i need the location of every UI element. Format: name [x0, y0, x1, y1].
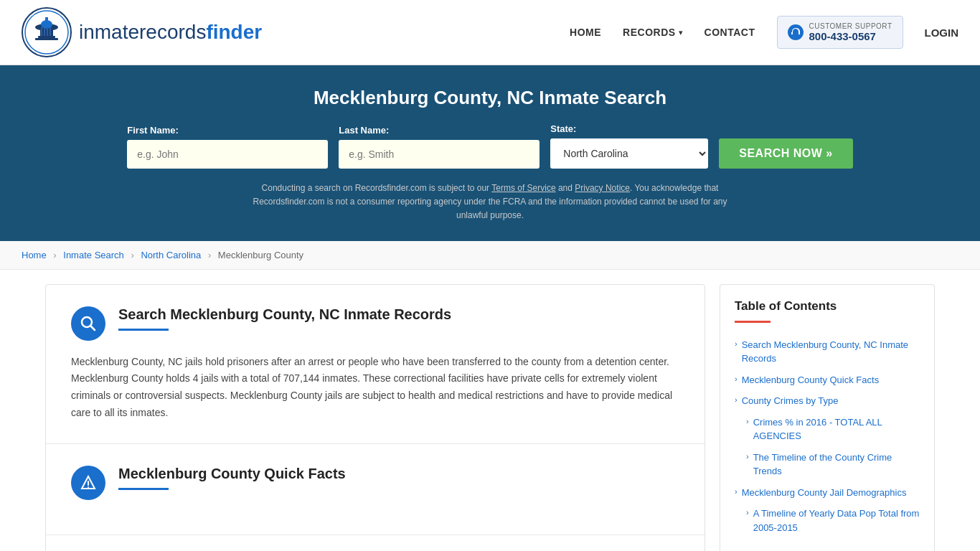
svg-point-17 [88, 486, 89, 488]
nav-home[interactable]: HOME [570, 27, 601, 38]
toc-link-1[interactable]: Mecklenburg County Quick Facts [742, 373, 879, 387]
toc-link-6[interactable]: A Timeline of Yearly Data Pop Total from… [753, 507, 920, 534]
warning-section-icon [71, 466, 105, 500]
breadcrumb-home[interactable]: Home [22, 250, 47, 260]
content-area: Search Mecklenburg County, NC Inmate Rec… [45, 284, 705, 551]
svg-rect-13 [798, 32, 800, 34]
last-name-label: Last Name: [339, 125, 540, 136]
section-body-1: Mecklenburg County, NC jails hold prison… [71, 354, 679, 422]
toc-link-2[interactable]: County Crimes by Type [742, 394, 839, 408]
state-group: State: North Carolina [550, 123, 708, 169]
toc-item-1[interactable]: › Mecklenburg County Quick Facts [735, 369, 920, 391]
svg-rect-7 [45, 17, 48, 24]
toc-item-0[interactable]: › Search Mecklenburg County, NC Inmate R… [735, 334, 920, 369]
headphone-icon [788, 24, 804, 40]
svg-rect-11 [50, 27, 51, 36]
section-quick-facts: Mecklenburg County Quick Facts [46, 444, 705, 535]
disclaimer-text: Conducting a search on Recordsfinder.com… [239, 182, 741, 223]
logo-icon [22, 7, 72, 57]
svg-rect-12 [791, 32, 793, 34]
breadcrumb-sep-2: › [131, 250, 133, 260]
search-section-icon [71, 306, 105, 341]
toc-chevron-icon-1: › [735, 375, 738, 383]
toc-chevron-icon-3: › [746, 417, 749, 425]
search-banner: Mecklenburg County, NC Inmate Search Fir… [0, 65, 980, 241]
support-label: CUSTOMER SUPPORT [809, 22, 892, 30]
section-title-block-1: Search Mecklenburg County, NC Inmate Rec… [118, 306, 451, 331]
toc-chevron-icon-4: › [746, 452, 749, 461]
terms-link[interactable]: Terms of Service [491, 183, 555, 193]
svg-rect-5 [35, 38, 58, 40]
toc-chevron-icon-5: › [735, 487, 738, 496]
state-select[interactable]: North Carolina [550, 138, 708, 169]
svg-line-15 [90, 326, 95, 330]
support-text: CUSTOMER SUPPORT 800-433-0567 [809, 22, 892, 42]
section-header-2: Mecklenburg County Quick Facts [71, 466, 679, 500]
toc-link-0[interactable]: Search Mecklenburg County, NC Inmate Rec… [742, 338, 920, 366]
toc-underline [735, 321, 771, 323]
search-now-button[interactable]: SEARCH NOW » [719, 138, 852, 169]
toc-link-5[interactable]: Mecklenburg County Jail Demographics [742, 486, 907, 500]
breadcrumb-inmate-search[interactable]: Inmate Search [63, 250, 124, 260]
nav-records-container[interactable]: RECORDS ▾ [623, 27, 683, 38]
svg-rect-4 [38, 36, 55, 38]
toc-link-3[interactable]: Crimes % in 2016 - TOTAL ALL AGENCIES [753, 415, 920, 443]
first-name-input[interactable] [127, 140, 328, 169]
nav-records[interactable]: RECORDS [623, 27, 676, 38]
breadcrumb-mecklenburg-county: Mecklenburg County [218, 250, 303, 260]
nav-contact[interactable]: CONTACT [705, 27, 755, 38]
breadcrumb-sep-1: › [53, 250, 56, 260]
logo-text: inmaterecordsfinder [79, 21, 262, 44]
svg-rect-9 [44, 27, 45, 36]
breadcrumb-sep-3: › [208, 250, 211, 260]
section-inmate-records: Search Mecklenburg County, NC Inmate Rec… [46, 285, 705, 444]
sidebar: Table of Contents › Search Mecklenburg C… [720, 284, 935, 551]
search-form: First Name: Last Name: State: North Caro… [29, 123, 951, 169]
table-of-contents: Table of Contents › Search Mecklenburg C… [720, 284, 935, 551]
privacy-link[interactable]: Privacy Notice [575, 183, 630, 193]
toc-item-4[interactable]: › The Timeline of the County Crime Trend… [735, 447, 920, 482]
toc-chevron-icon-2: › [735, 395, 738, 404]
records-chevron-down-icon: ▾ [679, 28, 683, 37]
state-label: State: [550, 123, 708, 134]
last-name-input[interactable] [339, 140, 540, 169]
section-title-2: Mecklenburg County Quick Facts [118, 466, 346, 482]
toc-item-3[interactable]: › Crimes % in 2016 - TOTAL ALL AGENCIES [735, 412, 920, 447]
customer-support-box[interactable]: CUSTOMER SUPPORT 800-433-0567 [777, 16, 903, 49]
breadcrumb: Home › Inmate Search › North Carolina › … [0, 241, 980, 270]
section-underline-1 [118, 329, 169, 331]
toc-link-4[interactable]: The Timeline of the County Crime Trends [753, 451, 920, 479]
section-underline-2 [118, 488, 169, 490]
toc-item-5[interactable]: › Mecklenburg County Jail Demographics [735, 482, 920, 504]
svg-rect-10 [47, 27, 48, 36]
logo-area: inmaterecordsfinder [22, 7, 262, 57]
first-name-group: First Name: [127, 125, 328, 169]
section-title-1: Search Mecklenburg County, NC Inmate Rec… [118, 306, 451, 323]
toc-chevron-icon-6: › [746, 508, 749, 517]
main-nav: HOME RECORDS ▾ CONTACT CUSTOMER SUPPORT … [570, 16, 958, 49]
last-name-group: Last Name: [339, 125, 540, 169]
page-title: Mecklenburg County, NC Inmate Search [29, 87, 951, 109]
breadcrumb-north-carolina[interactable]: North Carolina [141, 250, 201, 260]
section-title-block-2: Mecklenburg County Quick Facts [118, 466, 346, 490]
section-header-1: Search Mecklenburg County, NC Inmate Rec… [71, 306, 679, 341]
toc-item-2[interactable]: › County Crimes by Type [735, 390, 920, 412]
support-number: 800-433-0567 [809, 30, 892, 42]
site-header: inmaterecordsfinder HOME RECORDS ▾ CONTA… [0, 0, 980, 65]
first-name-label: First Name: [127, 125, 328, 136]
toc-chevron-icon-0: › [735, 339, 738, 348]
main-content: Search Mecklenburg County, NC Inmate Rec… [24, 270, 956, 551]
login-button[interactable]: LOGIN [925, 27, 959, 39]
toc-item-6[interactable]: › A Timeline of Yearly Data Pop Total fr… [735, 503, 920, 538]
toc-title: Table of Contents [735, 299, 920, 314]
svg-rect-8 [41, 27, 42, 36]
